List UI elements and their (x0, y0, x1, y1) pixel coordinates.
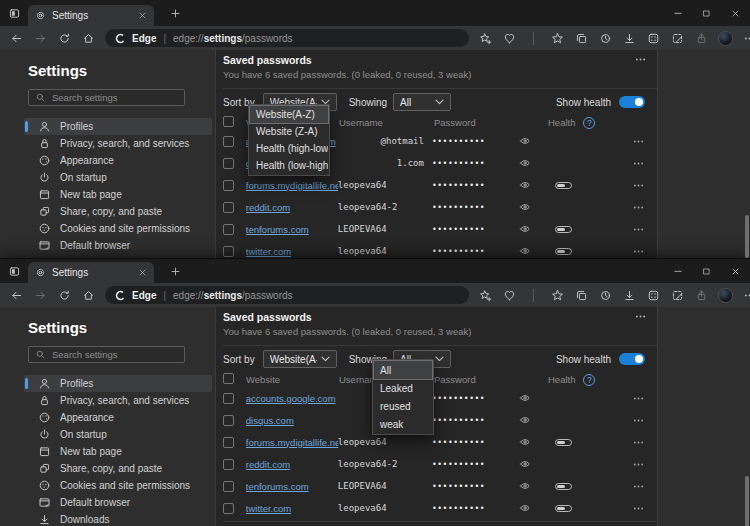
eye-icon[interactable] (519, 245, 545, 257)
more-icon[interactable] (738, 285, 750, 305)
eye-icon[interactable] (519, 436, 545, 448)
history-icon[interactable] (594, 28, 617, 48)
more-icon[interactable] (632, 245, 657, 258)
row-checkbox[interactable] (223, 437, 234, 448)
refresh-icon[interactable] (53, 285, 76, 305)
back-icon[interactable] (5, 28, 28, 48)
plus-icon[interactable] (164, 3, 187, 23)
more-icon[interactable] (632, 201, 657, 214)
share-icon[interactable] (690, 285, 713, 305)
address-bar[interactable]: Edge | edge://settings/passwords (105, 29, 469, 47)
browser-tab[interactable]: Settings (28, 5, 154, 26)
address-bar[interactable]: Edge | edge://settings/passwords (105, 286, 469, 304)
more-icon[interactable] (632, 502, 657, 515)
downloads-icon[interactable] (618, 28, 641, 48)
search-settings-input[interactable] (52, 349, 178, 360)
row-checkbox[interactable] (223, 459, 234, 470)
minimize-icon[interactable] (663, 0, 692, 26)
dropdown-option[interactable]: weak (374, 415, 432, 433)
website-link[interactable]: forums.mydigitallife.net (246, 437, 338, 448)
more-icon[interactable] (632, 223, 657, 236)
browser-essentials-icon[interactable] (498, 285, 521, 305)
dropdown-option[interactable]: Leaked (374, 379, 432, 397)
row-checkbox[interactable] (223, 415, 234, 426)
sidebar-item[interactable]: Appearance (24, 409, 212, 426)
close-icon[interactable] (138, 268, 147, 277)
row-checkbox[interactable] (223, 393, 234, 404)
favorite-add-icon[interactable] (474, 285, 497, 305)
home-icon[interactable] (77, 28, 100, 48)
website-link[interactable]: twitter.com (246, 246, 291, 257)
dropdown-option[interactable]: Health (low-high) (250, 157, 328, 174)
more-icon[interactable] (634, 310, 647, 323)
row-checkbox[interactable] (223, 202, 234, 213)
tab-actions-icon[interactable] (0, 265, 28, 278)
more-icon[interactable] (632, 458, 657, 471)
back-icon[interactable] (5, 285, 28, 305)
downloads-icon[interactable] (618, 285, 641, 305)
sidebar-item[interactable]: Privacy, search, and services (24, 135, 212, 152)
eye-icon[interactable] (519, 201, 545, 213)
toolbar-divider[interactable] (522, 28, 545, 48)
home-icon[interactable] (77, 285, 100, 305)
show-health-toggle[interactable] (619, 353, 645, 365)
sidebar-item[interactable]: New tab page (24, 443, 212, 460)
website-link[interactable]: tenforums.com (246, 481, 309, 492)
apps-icon[interactable] (642, 285, 665, 305)
row-checkbox[interactable] (223, 224, 234, 235)
collections-icon[interactable] (570, 285, 593, 305)
sidebar-item[interactable]: Profiles (24, 118, 212, 135)
eye-icon[interactable] (519, 480, 545, 492)
showing-select[interactable]: All (393, 93, 451, 111)
browser-tab[interactable]: Settings (28, 262, 154, 283)
website-link[interactable]: twitter.com (246, 503, 291, 514)
health-info-icon[interactable]: ? (583, 374, 595, 386)
sidebar-item[interactable]: Share, copy, and paste (24, 460, 212, 477)
eye-icon[interactable] (519, 223, 545, 235)
sidebar-item[interactable]: Cookies and site permissions (24, 220, 212, 237)
eye-icon[interactable] (519, 414, 545, 426)
sort-select[interactable]: Website(A-Z) (263, 350, 337, 368)
dropdown-option[interactable]: All (374, 361, 432, 379)
website-link[interactable]: accounts.google.com (246, 393, 336, 404)
sidebar-item[interactable]: Default browser (24, 494, 212, 511)
sidebar-item[interactable]: On startup (24, 426, 212, 443)
more-icon[interactable] (632, 414, 657, 427)
toolbar-divider[interactable] (522, 285, 545, 305)
collections-icon[interactable] (570, 28, 593, 48)
row-checkbox[interactable] (223, 481, 234, 492)
sidebar-item[interactable]: Downloads (24, 511, 212, 526)
eye-icon[interactable] (519, 458, 545, 470)
row-checkbox[interactable] (223, 158, 234, 169)
search-settings-input[interactable] (52, 92, 178, 103)
sidebar-item[interactable]: Default browser (24, 237, 212, 254)
more-icon[interactable] (632, 480, 657, 493)
browser-essentials-icon[interactable] (498, 28, 521, 48)
maximize-icon[interactable] (692, 0, 721, 26)
profile-avatar[interactable] (714, 28, 737, 48)
refresh-icon[interactable] (53, 28, 76, 48)
more-icon[interactable] (632, 392, 657, 405)
forward-icon[interactable] (29, 28, 52, 48)
dropdown-option[interactable]: Website (Z-A) (250, 123, 328, 140)
eye-icon[interactable] (519, 502, 545, 514)
search-settings-box[interactable] (28, 346, 185, 363)
history-icon[interactable] (594, 285, 617, 305)
close-icon[interactable] (138, 11, 147, 20)
forward-icon[interactable] (29, 285, 52, 305)
dropdown-option[interactable]: reused (374, 397, 432, 415)
select-all-checkbox[interactable] (223, 373, 234, 384)
close-icon[interactable] (721, 259, 750, 283)
website-link[interactable]: disqus.com (246, 415, 294, 426)
web-capture-icon[interactable] (666, 285, 689, 305)
more-icon[interactable] (632, 135, 657, 148)
sidebar-item[interactable]: Privacy, search, and services (24, 392, 212, 409)
more-icon[interactable] (738, 28, 750, 48)
website-link[interactable]: reddit.com (246, 202, 290, 213)
scrollbar-thumb[interactable] (745, 476, 749, 526)
apps-icon[interactable] (642, 28, 665, 48)
maximize-icon[interactable] (692, 259, 721, 283)
sidebar-item[interactable]: Appearance (24, 152, 212, 169)
eye-icon[interactable] (519, 179, 545, 191)
more-icon[interactable] (632, 157, 657, 170)
